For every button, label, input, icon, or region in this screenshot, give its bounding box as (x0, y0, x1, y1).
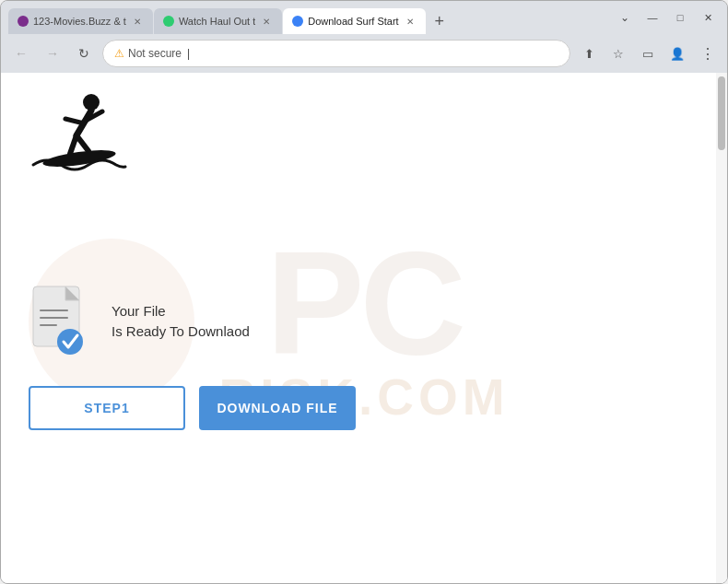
forward-button[interactable]: → (40, 41, 65, 66)
tab-1-close[interactable]: ✕ (131, 15, 144, 28)
content-section: Your File Is Ready To Downlaod STEP1 DOW… (29, 285, 356, 430)
tab-group: 123-Movies.Buzz & t ✕ Watch Haul Out t ✕… (8, 1, 611, 34)
refresh-button[interactable]: ↻ (71, 41, 97, 66)
scrollbar-thumb[interactable] (718, 76, 725, 150)
tab-2-favicon (163, 16, 174, 27)
tab-2-label: Watch Haul Out t (179, 16, 255, 27)
tab-3-label: Download Surf Start (308, 16, 398, 27)
tab-2-close[interactable]: ✕ (260, 15, 273, 28)
file-ready-line2: Is Ready To Downlaod (112, 321, 250, 343)
file-icon (29, 285, 93, 358)
not-secure-label: Not secure (128, 47, 182, 60)
tab-1-favicon (18, 16, 29, 27)
bookmark-icon[interactable]: ☆ (605, 41, 631, 66)
warning-icon: ⚠ (114, 47, 124, 60)
nav-bar: ← → ↻ ⚠ Not secure | ⬆ ☆ ▭ 👤 ⋮ (1, 34, 727, 73)
close-button[interactable]: ✕ (696, 8, 720, 27)
svg-line-3 (65, 119, 84, 123)
page-content: PC RISK.COM (1, 73, 727, 583)
share-icon[interactable]: ⬆ (576, 41, 602, 66)
window-controls: ⌄ — □ ✕ (613, 8, 720, 27)
address-text: | (187, 47, 190, 60)
svg-point-14 (57, 329, 83, 355)
scrollbar-track[interactable] (716, 73, 727, 583)
tab-3-favicon (292, 16, 303, 27)
cast-icon[interactable]: ▭ (635, 41, 661, 66)
nav-actions: ⬆ ☆ ▭ 👤 ⋮ (576, 41, 720, 66)
back-button[interactable]: ← (8, 41, 34, 66)
maximize-button[interactable]: □ (668, 8, 692, 27)
tab-3-close[interactable]: ✕ (404, 15, 417, 28)
profile-icon[interactable]: 👤 (664, 41, 690, 66)
tab-1-label: 123-Movies.Buzz & t (33, 16, 126, 27)
step1-button[interactable]: STEP1 (29, 386, 185, 430)
new-tab-button[interactable]: + (427, 8, 452, 34)
tab-search-button[interactable]: ⌄ (613, 8, 637, 27)
surfer-icon (29, 91, 130, 183)
tab-1[interactable]: 123-Movies.Buzz & t ✕ (8, 8, 153, 34)
download-file-button[interactable]: DOWNLOAD FILE (199, 386, 356, 430)
tab-3[interactable]: Download Surf Start ✕ (283, 8, 425, 34)
menu-icon[interactable]: ⋮ (694, 41, 720, 66)
browser-window: 123-Movies.Buzz & t ✕ Watch Haul Out t ✕… (0, 0, 728, 584)
title-bar: 123-Movies.Buzz & t ✕ Watch Haul Out t ✕… (1, 1, 727, 34)
tab-2[interactable]: Watch Haul Out t ✕ (154, 8, 282, 34)
file-ready-text: Your File Is Ready To Downlaod (112, 301, 250, 343)
security-indicator: ⚠ Not secure (114, 47, 182, 60)
file-ready-line1: Your File (112, 301, 250, 322)
file-row: Your File Is Ready To Downlaod (29, 285, 250, 358)
address-bar[interactable]: ⚠ Not secure | (102, 40, 570, 67)
svg-line-5 (76, 135, 88, 151)
buttons-row: STEP1 DOWNLOAD FILE (29, 386, 356, 430)
svg-point-6 (41, 147, 116, 170)
minimize-button[interactable]: — (640, 8, 664, 27)
